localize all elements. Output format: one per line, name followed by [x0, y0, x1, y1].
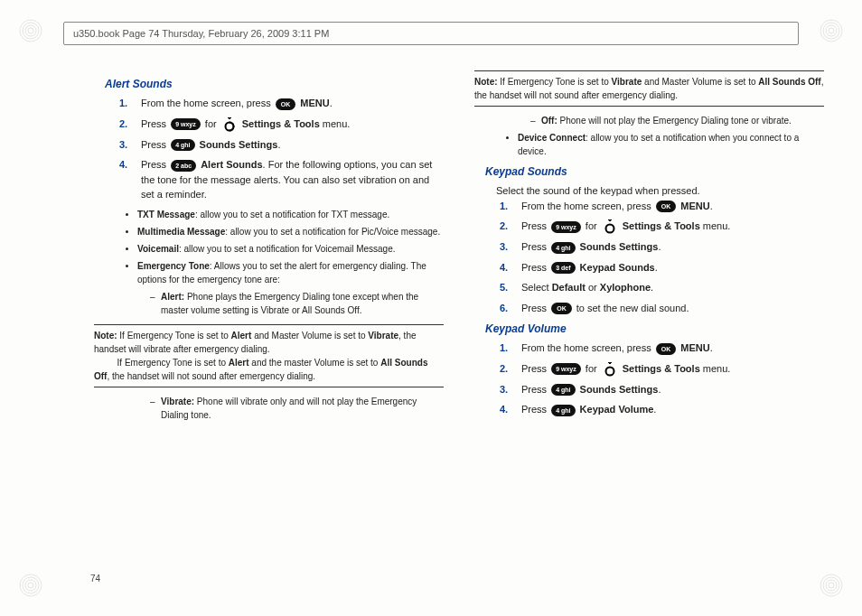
key-9-icon: 9 wxyz: [171, 118, 201, 130]
key-4-icon: 4 ghi: [171, 139, 194, 151]
svg-point-3: [28, 28, 33, 33]
bullet-txt-message: TXT Message: allow you to set a notifica…: [137, 208, 444, 221]
key-4-icon: 4 ghi: [551, 384, 575, 396]
page-header-text: u350.book Page 74 Thursday, February 26,…: [73, 28, 329, 39]
ks-step-6: 6. Press to set the new dial sound.: [500, 301, 824, 316]
svg-point-5: [823, 23, 839, 39]
section-title-keypad-sounds: Keypad Sounds: [485, 163, 824, 180]
page-header-band: u350.book Page 74 Thursday, February 26,…: [63, 22, 799, 45]
keypad-sounds-intro: Select the sound of the keypad when pres…: [496, 183, 824, 199]
dash-vibrate: Vibrate: Phone will vibrate only and wil…: [150, 395, 444, 422]
emergency-tone-sublist-3: Off: Phone will not play the Emergency D…: [530, 114, 824, 127]
kv-step-2: 2. Press 9 wxyz for Settings & Tools men…: [500, 361, 824, 377]
bullet-multimedia-message: Multimedia Message: allow you to set a n…: [137, 225, 444, 238]
section-title-alert-sounds: Alert Sounds: [105, 76, 444, 92]
key-4-icon: 4 ghi: [551, 405, 575, 416]
svg-point-7: [829, 28, 834, 33]
svg-point-9: [23, 577, 39, 593]
svg-point-2: [25, 25, 36, 36]
key-4-icon: 4 ghi: [551, 242, 575, 254]
svg-point-17: [605, 225, 614, 233]
right-column: Note: If Emergency Tone is set to Vibrat…: [471, 70, 824, 589]
content-columns: Alert Sounds 1. From the home screen, pr…: [90, 70, 824, 589]
alert-sounds-steps: 1. From the home screen, press MENU. 2. …: [119, 96, 444, 202]
note-alert-vibrate: Note: If Emergency Tone is set to Alert …: [94, 324, 444, 387]
settings-gear-icon: [221, 117, 238, 132]
emergency-tone-sublist-2: Vibrate: Phone will vibrate only and wil…: [150, 395, 444, 422]
ks-step-1: 1. From the home screen, press MENU.: [500, 199, 824, 214]
keypad-sounds-steps: 1. From the home screen, press MENU. 2. …: [500, 199, 824, 316]
corner-ornament-icon: [819, 18, 844, 43]
svg-point-8: [20, 574, 42, 596]
alert-sounds-bullets: TXT Message: allow you to set a notifica…: [137, 208, 444, 286]
svg-point-14: [826, 580, 837, 591]
ok-key-icon: [656, 343, 677, 355]
svg-point-1: [23, 23, 39, 39]
ks-step-4: 4. Press 3 def Keypad Sounds.: [500, 260, 824, 275]
kv-step-4: 4. Press 4 ghi Keypad Volume.: [500, 402, 824, 417]
svg-point-10: [25, 580, 36, 591]
ok-key-icon: [551, 303, 572, 314]
device-connect-bullet: Device Connect: allow you to set a notif…: [518, 131, 824, 158]
page-number: 74: [90, 574, 100, 583]
dash-alert: Alert: Phone plays the Emergency Dialing…: [150, 290, 444, 317]
svg-point-18: [605, 367, 614, 375]
kv-step-1: 1. From the home screen, press MENU.: [500, 341, 824, 356]
settings-gear-icon: [602, 362, 618, 377]
left-column: Alert Sounds 1. From the home screen, pr…: [90, 70, 444, 589]
corner-ornament-icon: [18, 18, 43, 43]
kv-step-3: 3. Press 4 ghi Sounds Settings.: [500, 382, 824, 397]
svg-point-11: [28, 583, 33, 588]
step-2: 2. Press 9 wxyz for Settings & Tools men…: [119, 117, 444, 132]
ks-step-3: 3. Press 4 ghi Sounds Settings.: [500, 239, 824, 255]
svg-point-13: [823, 577, 839, 593]
key-3-icon: 3 def: [551, 262, 575, 274]
svg-point-0: [20, 20, 42, 42]
ks-step-2: 2. Press 9 wxyz for Settings & Tools men…: [500, 219, 824, 234]
key-9-icon: 9 wxyz: [551, 221, 581, 233]
step-4: 4. Press 2 abc Alert Sounds. For the fol…: [119, 157, 444, 202]
keypad-volume-steps: 1. From the home screen, press MENU. 2. …: [500, 341, 824, 417]
section-title-keypad-volume: Keypad Volume: [485, 321, 824, 337]
label-alert-sounds: Alert Sounds: [201, 159, 262, 170]
ok-key-icon: [656, 201, 677, 212]
settings-gear-icon: [602, 219, 618, 234]
dash-off: Off: Phone will not play the Emergency D…: [530, 114, 824, 127]
svg-point-6: [826, 25, 837, 36]
note-vibrate-all-sounds-off: Note: If Emergency Tone is set to Vibrat…: [474, 70, 824, 107]
key-2-icon: 2 abc: [171, 160, 196, 172]
svg-point-15: [829, 583, 834, 588]
emergency-tone-sublist: Alert: Phone plays the Emergency Dialing…: [150, 290, 444, 317]
ok-key-icon: [276, 98, 296, 110]
document-page: u350.book Page 74 Thursday, February 26,…: [0, 0, 862, 616]
bullet-device-connect: Device Connect: allow you to set a notif…: [518, 131, 824, 158]
bullet-emergency-tone: Emergency Tone: Allows you to set the al…: [137, 259, 444, 286]
label-menu: MENU: [300, 98, 329, 108]
key-9-icon: 9 wxyz: [551, 363, 581, 375]
corner-ornament-icon: [18, 573, 43, 598]
ks-step-5: 5. Select Default or Xylophone.: [500, 280, 824, 295]
label-settings-tools: Settings & Tools: [242, 118, 320, 129]
step-1: 1. From the home screen, press MENU.: [119, 96, 444, 111]
bullet-voicemail: Voicemail: allow you to set a notificati…: [137, 242, 444, 256]
svg-point-4: [820, 20, 842, 42]
step-3: 3. Press 4 ghi Sounds Settings.: [119, 137, 444, 153]
label-sounds-settings: Sounds Settings: [200, 139, 278, 150]
